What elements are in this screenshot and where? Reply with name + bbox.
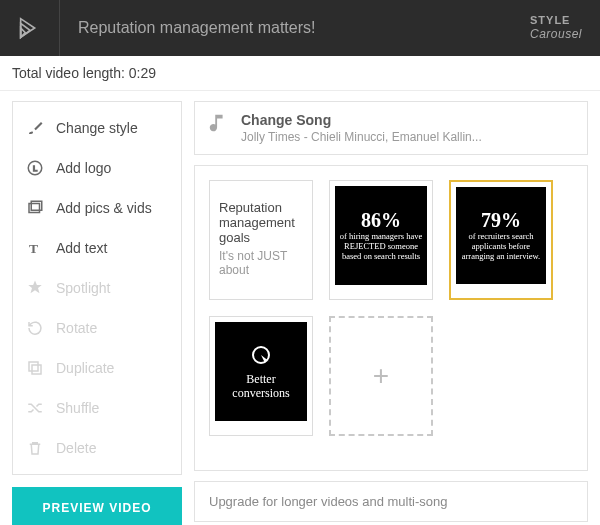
sidebar-item-label: Change style [56,120,138,136]
slide-caption: of hiring managers have REJECTED someone… [339,232,423,261]
sidebar-item-trash: Delete [13,428,181,468]
video-length-bar: Total video length: 0:29 [0,56,600,91]
slide-text: Better [246,372,275,386]
sidebar-item-duplicate: Duplicate [13,348,181,388]
trash-icon [25,438,45,458]
slide-text: Reputation management goals [219,200,303,245]
app-header: Reputation management matters! STYLE Car… [0,0,600,56]
sidebar-item-label: Add pics & vids [56,200,152,216]
cursor-click-icon [247,343,275,371]
song-title: Change Song [241,112,482,128]
sidebar-item-logo-badge[interactable]: LAdd logo [13,148,181,188]
slide[interactable]: 79%of recruiters search applicants befor… [449,180,553,300]
sidebar-item-star: Spotlight [13,268,181,308]
slide-stat: 86% [361,209,401,232]
sidebar-item-label: Shuffle [56,400,99,416]
sidebar-item-text[interactable]: TAdd text [13,228,181,268]
slide[interactable]: Reputation management goalsIt's not JUST… [209,180,313,300]
shuffle-icon [25,398,45,418]
slide[interactable]: Betterconversions [209,316,313,436]
add-slide-button[interactable]: + [329,316,433,436]
sidebar-item-label: Add logo [56,160,111,176]
song-subtitle: Jolly Times - Chieli Minucci, Emanuel Ka… [241,130,482,144]
sidebar-item-label: Duplicate [56,360,114,376]
style-value: Carousel [530,27,592,41]
slide-caption: of recruiters search applicants before a… [460,232,542,261]
svg-rect-5 [29,362,38,371]
sidebar-item-label: Add text [56,240,107,256]
change-song-bar[interactable]: Change Song Jolly Times - Chieli Minucci… [194,101,588,155]
svg-text:T: T [29,241,38,256]
sidebar-item-label: Delete [56,440,96,456]
sidebar-item-label: Rotate [56,320,97,336]
pics-icon [25,198,45,218]
sidebar-item-shuffle: Shuffle [13,388,181,428]
preview-video-button[interactable]: PREVIEW VIDEO [12,487,182,525]
star-icon [25,278,45,298]
svg-rect-6 [32,365,41,374]
duplicate-icon [25,358,45,378]
brush-icon [25,118,45,138]
app-logo[interactable] [0,0,60,56]
logo-badge-icon: L [25,158,45,178]
sidebar: Change styleLAdd logoAdd pics & vidsTAdd… [12,101,182,524]
slide[interactable]: 86%of hiring managers have REJECTED some… [329,180,433,300]
slide-stat: 79% [481,209,521,232]
sidebar-item-rotate: Rotate [13,308,181,348]
svg-text:L: L [33,164,37,173]
sidebar-item-brush[interactable]: Change style [13,108,181,148]
style-label: STYLE [530,14,592,27]
music-note-icon [207,112,229,144]
slide-subtext: It's not JUST about [219,249,303,277]
upgrade-banner[interactable]: Upgrade for longer videos and multi-song [194,481,588,522]
text-icon: T [25,238,45,258]
slide-text2: conversions [232,386,289,400]
editor-content: Change Song Jolly Times - Chieli Minucci… [194,101,588,524]
style-indicator[interactable]: STYLE Carousel [530,14,600,42]
slides-canvas: Reputation management goalsIt's not JUST… [194,165,588,471]
project-title: Reputation management matters! [60,19,530,37]
sidebar-item-label: Spotlight [56,280,110,296]
sidebar-item-pics[interactable]: Add pics & vids [13,188,181,228]
rotate-icon [25,318,45,338]
